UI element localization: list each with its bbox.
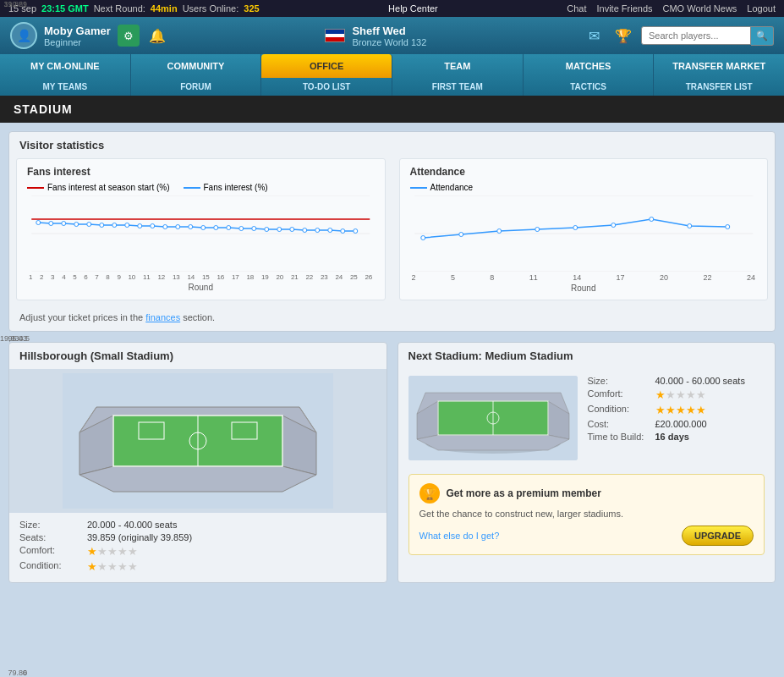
- cmo-news-link[interactable]: CMO World News: [663, 3, 737, 14]
- charts-row: Fans interest Fans interest at season st…: [9, 158, 775, 307]
- premium-header: 🏆 Get more as a premium member: [419, 483, 754, 504]
- finances-link[interactable]: finances: [145, 312, 180, 322]
- svg-point-9: [100, 223, 104, 228]
- svg-point-10: [112, 223, 117, 228]
- premium-text: Get the chance to construct new, larger …: [419, 509, 754, 519]
- current-condition-stars: ★: [87, 560, 97, 573]
- legend-attendance: Attendance: [410, 183, 474, 192]
- top-bar-left: 15 sep 23:15 GMT Next Round: 44min Users…: [8, 3, 260, 14]
- current-comfort-row: Comfort: ★★★★★: [19, 545, 376, 558]
- next-comfort-row: Comfort: ★★★★★: [588, 388, 765, 401]
- nav-team[interactable]: TEAM: [392, 54, 524, 78]
- stadiums-row: Hillsborough (Small Stadium): [8, 342, 776, 583]
- what-get-link[interactable]: What else do I get?: [419, 531, 500, 541]
- page-title: STADIUM: [0, 96, 784, 123]
- next-comfort-label: Comfort:: [588, 388, 655, 401]
- navigation: MY CM-ONLINE COMMUNITY OFFICE TEAM MATCH…: [0, 54, 784, 96]
- svg-point-34: [458, 233, 463, 237]
- help-center-link[interactable]: Help Center: [388, 3, 438, 14]
- nav-top: MY CM-ONLINE COMMUNITY OFFICE TEAM MATCH…: [0, 54, 784, 78]
- next-time-label: Time to Build:: [588, 432, 655, 442]
- svg-point-39: [649, 217, 653, 222]
- search-input[interactable]: [641, 26, 751, 45]
- user-info: 👤 Moby Gamer Beginner ⚙ 🔔: [10, 22, 168, 49]
- svg-marker-61: [417, 435, 569, 450]
- svg-point-38: [611, 223, 615, 228]
- current-comfort-stars: ★: [87, 545, 97, 558]
- svg-point-25: [303, 228, 307, 233]
- attendance-note: Adjust your ticket prices in the finance…: [9, 307, 775, 331]
- next-condition-stars: ★★★★★: [655, 404, 706, 416]
- svg-point-17: [201, 226, 206, 230]
- premium-icon: 🏆: [419, 483, 440, 504]
- nav-sub-todo[interactable]: TO-DO LIST: [261, 78, 392, 96]
- svg-point-5: [49, 222, 53, 226]
- nav-sub-first-team[interactable]: FIRST TEAM: [392, 78, 524, 96]
- premium-footer: What else do I get? UPGRADE: [419, 526, 754, 546]
- attendance-note-text: Adjust your ticket prices in the: [19, 312, 143, 322]
- att-yaxis-1: 39,869: [0, 0, 27, 8]
- upgrade-button[interactable]: UPGRADE: [682, 526, 754, 546]
- nav-matches[interactable]: MATCHES: [524, 54, 655, 78]
- mail-icon[interactable]: ✉: [584, 25, 606, 47]
- svg-point-29: [354, 229, 358, 234]
- search-button[interactable]: 🔍: [751, 26, 774, 46]
- next-stadium-inner: Size: 40.000 - 60.000 seats Comfort: ★★★…: [398, 369, 776, 467]
- current-stadium-details: Size: 20.000 - 40.000 seats Seats: 39.85…: [9, 513, 387, 582]
- next-stadium-box: Next Stadium: Medium Stadium: [397, 342, 776, 583]
- next-comfort-empty: ★★★★: [666, 388, 706, 401]
- search-wrap: 🔍: [641, 26, 774, 46]
- attendance-note-end: section.: [183, 312, 215, 322]
- current-stadium-image: [9, 369, 387, 513]
- attendance-chart-title: Attendance: [410, 166, 758, 178]
- next-size-row: Size: 40.000 - 60.000 seats: [588, 376, 765, 386]
- main-content: Visitor statistics Fans interest Fans in…: [0, 123, 784, 602]
- nav-sub-forum[interactable]: FORUM: [131, 78, 262, 96]
- chat-link[interactable]: Chat: [567, 3, 586, 14]
- visitor-stats-section: Visitor statistics Fans interest Fans in…: [8, 131, 776, 332]
- svg-point-33: [420, 236, 425, 240]
- svg-point-13: [151, 224, 155, 228]
- legend-fans: Fans interest (%): [184, 183, 268, 192]
- fans-chart-box: Fans interest Fans interest at season st…: [16, 158, 386, 300]
- logout-link[interactable]: Logout: [747, 3, 776, 14]
- settings-icon[interactable]: ⚙: [118, 25, 140, 47]
- svg-point-7: [74, 223, 79, 227]
- time-label: 23:15 GMT: [41, 3, 89, 14]
- user-name: Moby Gamer: [44, 25, 111, 37]
- medium-stadium-svg: [408, 376, 578, 460]
- current-seats-value: 39.859 (originally 39.859): [87, 532, 192, 542]
- nav-community[interactable]: COMMUNITY: [131, 54, 262, 78]
- nav-office[interactable]: OFFICE: [261, 54, 392, 78]
- notification-icon[interactable]: 🔔: [146, 25, 168, 47]
- next-cost-label: Cost:: [588, 419, 655, 429]
- svg-point-4: [36, 221, 41, 225]
- svg-point-41: [725, 225, 729, 229]
- trophy-icon[interactable]: 🏆: [612, 25, 634, 47]
- nav-sub-transfer-list[interactable]: TRANSFER LIST: [654, 78, 784, 96]
- svg-point-21: [252, 227, 256, 231]
- svg-point-23: [277, 228, 282, 232]
- user-bar: 👤 Moby Gamer Beginner ⚙ 🔔 Sheff Wed Bron…: [0, 17, 784, 54]
- svg-point-14: [163, 225, 167, 229]
- current-condition-empty: ★★★★: [97, 560, 138, 573]
- nav-sub-tactics[interactable]: TACTICS: [524, 78, 655, 96]
- svg-point-28: [341, 229, 345, 234]
- svg-point-15: [176, 225, 180, 229]
- svg-point-8: [87, 223, 91, 227]
- team-details: Sheff Wed Bronze World 132: [352, 25, 426, 47]
- nav-transfer-market[interactable]: TRANSFER MARKET: [654, 54, 784, 78]
- legend-line-attendance: [410, 187, 427, 189]
- premium-header-text: Get more as a premium member: [447, 487, 601, 499]
- attendance-chart-legend: Attendance: [410, 183, 758, 192]
- next-size-label: Size:: [588, 376, 655, 386]
- team-league: Bronze World 132: [352, 37, 426, 47]
- top-bar-right: Chat Invite Friends CMO World News Logou…: [567, 3, 776, 14]
- svg-point-6: [62, 222, 66, 226]
- svg-point-26: [315, 228, 320, 233]
- attendance-chart-svg: [410, 195, 758, 272]
- svg-point-12: [138, 224, 142, 228]
- user-details: Moby Gamer Beginner: [44, 25, 111, 47]
- attendance-chart-box: Attendance Attendance 39,869 19,934.5 0: [399, 158, 769, 300]
- invite-friends-link[interactable]: Invite Friends: [596, 3, 652, 14]
